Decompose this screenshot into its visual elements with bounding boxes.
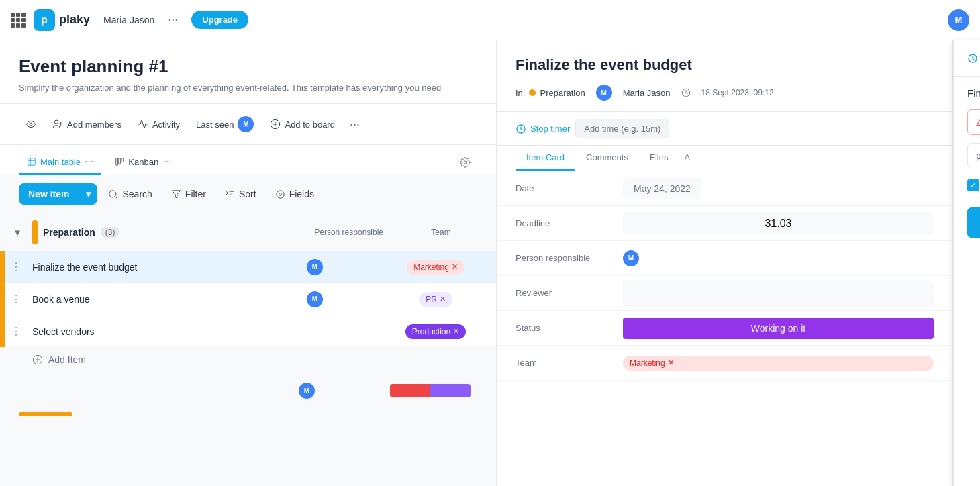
add-members-button[interactable]: Add members [46, 115, 128, 134]
task-name[interactable]: Finalize the event budget [27, 254, 254, 281]
field-row-date: Date May 24, 2022 [497, 171, 952, 206]
reviewer-field-value[interactable] [623, 280, 934, 307]
team-distribution-bar [390, 384, 471, 397]
timer-category-select[interactable]: planning [967, 143, 980, 168]
date-field-value[interactable]: May 24, 2022 [623, 178, 701, 199]
sort-button[interactable]: Sort [217, 183, 264, 205]
status-field-value[interactable]: Working on it [623, 318, 934, 339]
group-name-meta: Preparation [540, 88, 585, 98]
add-item-row[interactable]: Add Item [0, 348, 496, 372]
last-seen-button[interactable]: Last seen M [189, 112, 260, 136]
group-header: ▼ Preparation (3) Person responsible Tea… [0, 213, 496, 251]
project-title: Event planning #1 [19, 56, 477, 77]
task-person-cell [254, 326, 375, 337]
filter-button[interactable]: Filter [163, 183, 214, 205]
add-members-icon [52, 119, 63, 130]
task-team-cell: PR ✕ [375, 287, 496, 312]
task-drag-handle[interactable]: ⋮ [5, 325, 27, 338]
activity-button[interactable]: Activity [131, 115, 187, 134]
team-field-tag[interactable]: Marketing ✕ [623, 356, 934, 371]
new-item-button[interactable]: New Item ▾ [19, 183, 97, 205]
person-field-avatar[interactable]: M [623, 250, 639, 266]
sort-label: Sort [239, 189, 256, 199]
timer-project-select[interactable]: Zeus [967, 109, 980, 135]
table-area: ▼ Preparation (3) Person responsible Tea… [0, 213, 496, 486]
billable-checkbox[interactable]: ✓ [967, 179, 979, 191]
date-field-label: Date [516, 183, 623, 193]
main-table-options[interactable]: ··· [85, 156, 93, 168]
task-color-indicator [0, 251, 5, 283]
topbar-avatar[interactable]: M [948, 9, 969, 31]
task-drag-handle[interactable]: ⋮ [5, 293, 27, 305]
project-header: Event planning #1 Simplify the organizat… [0, 40, 496, 104]
settings-button[interactable] [453, 153, 477, 172]
field-row-deadline: Deadline 31.03 [497, 206, 952, 241]
task-name[interactable]: Select vendors [27, 318, 254, 345]
svg-rect-5 [119, 158, 121, 164]
tab-more[interactable]: A [679, 146, 695, 171]
svg-point-1 [54, 120, 58, 124]
watch-button[interactable] [19, 115, 43, 134]
task-name[interactable]: Book a venue [27, 286, 254, 313]
item-fields: Date May 24, 2022 Deadline 31.03 Person … [497, 171, 952, 486]
grid-menu-icon[interactable] [11, 13, 26, 28]
add-item-label: Add Item [48, 354, 86, 365]
clock-icon [681, 88, 691, 97]
status-field-label: Status [516, 323, 623, 333]
tab-kanban[interactable]: Kanban ··· [107, 150, 179, 175]
deadline-field-value[interactable]: 31.03 [765, 217, 791, 229]
add-to-board-button[interactable]: Add to board [263, 115, 341, 134]
add-icon [32, 354, 43, 365]
timer-popup: Stop timer × Finalize the event budget Z… [953, 40, 980, 486]
kanban-options[interactable]: ··· [162, 156, 171, 168]
tag-remove-button[interactable]: ✕ [452, 262, 458, 271]
done-button[interactable]: DONE [967, 207, 980, 238]
tag-remove-button[interactable]: ✕ [440, 295, 446, 303]
topbar-menu-button[interactable]: ··· [162, 10, 183, 30]
fields-button[interactable]: Fields [267, 183, 322, 205]
toolbar: New Item ▾ Search Filter Sort Fields [0, 175, 496, 213]
fields-label: Fields [289, 189, 314, 199]
field-row-status: Status Working on it [497, 311, 952, 346]
project-actions: Add members Activity Last seen M Add to … [0, 104, 496, 145]
team-tag[interactable]: PR ✕ [419, 292, 452, 307]
team-tag[interactable]: Production ✕ [405, 324, 466, 339]
main-table-label: Main table [40, 157, 81, 167]
timer-task-name: Finalize the event budget [967, 87, 980, 99]
tab-comments[interactable]: Comments [575, 146, 639, 171]
search-label: Search [122, 189, 152, 199]
task-color-indicator [0, 315, 5, 347]
tab-main-table[interactable]: Main table ··· [19, 150, 101, 175]
filter-label: Filter [185, 189, 206, 199]
new-item-label: New Item [19, 183, 79, 205]
person-avatar[interactable]: M [307, 259, 323, 275]
kanban-icon [115, 157, 124, 166]
stop-timer-label: Stop timer [530, 124, 570, 134]
sort-icon [225, 189, 235, 199]
logo: p plaky [34, 9, 90, 31]
person-avatar[interactable]: M [307, 291, 323, 307]
upgrade-button[interactable]: Upgrade [191, 11, 248, 29]
user-name: Maria Jason [103, 15, 154, 26]
logo-text: plaky [59, 13, 90, 27]
search-button[interactable]: Search [100, 183, 160, 205]
timer-title: Stop timer [967, 53, 980, 64]
more-options-button[interactable]: ··· [344, 115, 365, 134]
field-row-person: Person responsible M [497, 241, 952, 276]
in-text: In: [516, 88, 525, 98]
new-item-dropdown-arrow[interactable]: ▾ [79, 183, 97, 205]
team-tag-remove[interactable]: ✕ [668, 358, 674, 367]
team-tag[interactable]: Marketing ✕ [407, 260, 464, 275]
group-toggle-button[interactable]: ▼ [8, 223, 27, 242]
group-name: Preparation [43, 227, 95, 238]
bottom-summary-row: M [0, 372, 496, 409]
add-time-input[interactable]: Add time (e.g. 15m) [575, 119, 669, 138]
tab-item-card[interactable]: Item Card [516, 146, 575, 171]
tag-remove-button[interactable]: ✕ [453, 327, 459, 336]
task-drag-handle[interactable]: ⋮ [5, 260, 27, 273]
item-detail-panel: Finalize the event budget In: Preparatio… [497, 40, 953, 486]
stop-timer-button[interactable]: Stop timer [516, 124, 570, 134]
topbar: p plaky Maria Jason ··· Upgrade M [0, 0, 980, 40]
tab-files[interactable]: Files [639, 146, 679, 171]
add-to-board-label: Add to board [285, 119, 334, 130]
